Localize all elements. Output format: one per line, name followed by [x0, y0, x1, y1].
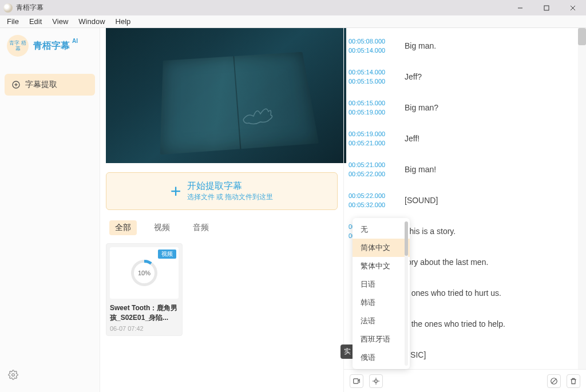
maximize-button[interactable] [533, 0, 560, 15]
plus-icon: + [171, 182, 181, 200]
scrollbar-thumb[interactable] [578, 28, 586, 45]
progress-text: 10% [138, 270, 151, 276]
deer-illustration [237, 102, 278, 131]
settings-button[interactable] [5, 366, 95, 385]
language-option[interactable]: 俄语 [353, 349, 410, 367]
logo-ai: AI [72, 38, 78, 44]
close-button[interactable] [560, 0, 586, 15]
subtitle-text: [SOUND] [405, 196, 438, 205]
card-title: Sweet Tooth：鹿角男孩_S02E01_身陷... [110, 303, 179, 323]
logo: 青字 梧幕 青梧字幕 AI [5, 35, 95, 57]
plus-circle-icon [11, 80, 21, 89]
logo-text: 青梧字幕 AI [33, 40, 70, 52]
subtitle-text: Big man? [405, 103, 438, 112]
dropzone-subtitle: 选择文件 或 拖动文件到这里 [187, 192, 274, 202]
delete-button[interactable] [567, 374, 580, 388]
extract-subtitle-button[interactable]: 字幕提取 [5, 74, 95, 96]
dropzone-title: 开始提取字幕 [187, 180, 274, 192]
language-option[interactable]: 法语 [353, 312, 410, 330]
app-icon [3, 3, 13, 13]
svg-rect-1 [544, 6, 549, 10]
menu-help[interactable]: Help [111, 16, 136, 27]
subtitle-times: 00:05:15.00000:05:19.000 [349, 98, 390, 117]
window-title: 青梧字幕 [16, 3, 43, 13]
crosshair-icon [372, 377, 380, 385]
svg-point-7 [12, 374, 15, 377]
titlebar: 青梧字幕 [0, 0, 586, 15]
subtitle-text: tory about the last men. [405, 258, 488, 267]
video-preview[interactable] [106, 28, 346, 163]
minimize-button[interactable] [507, 0, 533, 15]
subtitle-times: 00:05:08.00000:05:14.000 [349, 37, 390, 56]
subtitle-text: Jeff! [405, 134, 419, 143]
tab-video[interactable]: 视频 [148, 220, 176, 235]
language-option[interactable]: 简体中文 [353, 239, 410, 257]
card-thumbnail: 视频 10% [110, 247, 179, 299]
subtitle-row[interactable]: 00:05:15.00000:05:19.000Big man? [349, 92, 578, 123]
subtitle-times: 00:05:19.00000:05:21.000 [349, 129, 390, 148]
subtitle-text: Jeff? [405, 72, 422, 81]
subtitle-text: Big man! [405, 165, 436, 174]
trash-icon [569, 377, 577, 385]
svg-line-15 [552, 378, 556, 383]
tab-all[interactable]: 全部 [109, 220, 137, 235]
logo-badge: 青字 梧幕 [7, 35, 29, 57]
menu-edit[interactable]: Edit [25, 16, 46, 27]
filter-tabs: 全部 视频 音频 [106, 220, 338, 235]
no-circle-icon [550, 377, 558, 385]
sidebar: 青字 梧幕 青梧字幕 AI 字幕提取 [0, 28, 100, 392]
menu-view[interactable]: View [47, 16, 73, 27]
media-card[interactable]: 视频 10% Sweet Tooth：鹿角男孩_S02E01_身陷... 06-… [106, 243, 183, 336]
language-dropdown[interactable]: 无简体中文繁体中文日语韩语法语西班牙语俄语 [353, 218, 410, 369]
language-option[interactable]: 西班牙语 [353, 330, 410, 349]
subtitle-row[interactable]: 00:05:14.00000:05:15.000Jeff? [349, 61, 578, 92]
image-export-icon [353, 377, 361, 385]
tab-audio[interactable]: 音频 [187, 220, 215, 235]
dropzone[interactable]: + 开始提取字幕 选择文件 或 拖动文件到这里 [106, 172, 338, 210]
subtitle-text: d the ones who tried to help. [405, 319, 505, 328]
subtitle-times: 00:05:22.00000:05:32.000 [349, 191, 390, 210]
subtitle-times: 00:05:14.00000:05:15.000 [349, 68, 390, 86]
subtitle-panel: 00:05:08.00000:05:14.000Big man.00:05:14… [343, 28, 586, 392]
subtitle-row[interactable]: 00:05:22.00000:05:32.000[SOUND] [349, 185, 578, 216]
extract-label: 字幕提取 [25, 80, 57, 90]
subtitle-row[interactable]: 00:05:21.00000:05:22.000Big man! [349, 154, 578, 185]
menubar: File Edit View Window Help [0, 15, 586, 28]
card-date: 06-07 07:42 [110, 325, 179, 332]
scrollbar[interactable] [578, 28, 586, 369]
subtitle-text: e ones who tried to hurt us. [405, 288, 501, 298]
menu-file[interactable]: File [2, 16, 23, 27]
media-type-badge: 视频 [158, 250, 176, 259]
block-button[interactable] [547, 374, 561, 388]
subtitle-text: Big man. [405, 41, 436, 50]
gear-icon [8, 370, 18, 380]
svg-rect-8 [354, 378, 358, 383]
dropdown-scrollbar-thumb[interactable] [405, 221, 408, 256]
window-controls [507, 0, 586, 15]
subtitle-row[interactable]: 00:05:08.00000:05:14.000Big man. [349, 30, 578, 61]
language-option[interactable]: 繁体中文 [353, 257, 410, 275]
subtitle-footer [344, 369, 586, 392]
language-option[interactable]: 韩语 [353, 294, 410, 312]
language-option[interactable]: 无 [353, 220, 410, 239]
progress-ring: 10% [131, 260, 157, 286]
menu-window[interactable]: Window [74, 16, 109, 27]
export-button[interactable] [350, 374, 363, 388]
language-option[interactable]: 日语 [353, 275, 410, 294]
subtitle-times: 00:05:21.00000:05:22.000 [349, 160, 390, 179]
subtitle-text: This is a story. [405, 227, 456, 236]
main-panel: + 开始提取字幕 选择文件 或 拖动文件到这里 全部 视频 音频 视频 10% … [100, 28, 343, 392]
locate-button[interactable] [369, 374, 383, 388]
subtitle-row[interactable]: 00:05:19.00000:05:21.000Jeff! [349, 123, 578, 154]
svg-point-9 [375, 379, 378, 382]
